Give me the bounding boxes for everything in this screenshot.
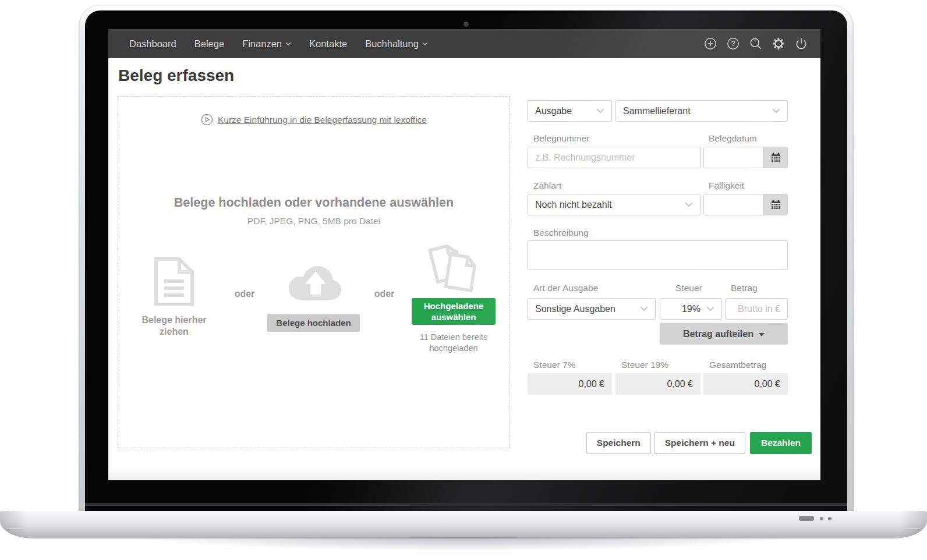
upload-files-button[interactable]: Belege hochladen (267, 314, 359, 332)
zahlart-select-value: Noch nicht bezahlt (535, 200, 612, 210)
upload-dropzone[interactable]: Kurze Einführung in die Belegerfassung m… (118, 96, 510, 448)
base-port (799, 516, 814, 521)
action-bar: Speichern Speichern + neu Bezahlen (583, 432, 812, 454)
upload-option-cloud: Belege hochladen (268, 258, 359, 332)
documents-icon (426, 240, 482, 295)
nav-icon-group: ? (704, 37, 808, 50)
top-nav: Dashboard Belege Finanzen Kontakte Buchh… (108, 29, 820, 58)
split-amount-button[interactable]: Betrag aufteilen (660, 323, 788, 345)
page-footer-strip (108, 469, 820, 480)
calendar-icon (770, 199, 781, 210)
chevron-down-icon (640, 306, 648, 311)
or-separator: oder (232, 289, 257, 299)
laptop-lid: Dashboard Belege Finanzen Kontakte Buchh… (79, 5, 854, 511)
upload-option-drag: Belege hierher ziehen (141, 257, 207, 338)
art-label: Art der Ausgabe (533, 283, 598, 293)
zahlart-label: Zahlart (533, 180, 561, 191)
beschreibung-label: Beschreibung (533, 228, 589, 238)
belegdatum-calendar-button[interactable] (763, 147, 787, 168)
svg-text:?: ? (731, 40, 735, 48)
faelligkeit-field (703, 194, 788, 215)
art-select-value: Sonstige Ausgaben (535, 304, 615, 314)
chevron-down-icon (596, 108, 604, 114)
base-dot (820, 517, 823, 520)
summary-label-steuer19: Steuer 19% (621, 360, 668, 370)
nav-item-buchhaltung[interactable]: Buchhaltung (365, 38, 428, 49)
upload-headline: Belege hochladen oder vorhandene auswähl… (118, 196, 510, 210)
nav-item-belege[interactable]: Belege (194, 38, 224, 49)
faelligkeit-calendar-button[interactable] (763, 194, 787, 215)
nav-label: Belege (194, 38, 224, 49)
base-dot (828, 517, 832, 520)
or-separator: oder (372, 289, 397, 299)
save-button[interactable]: Speichern (586, 432, 651, 454)
art-select[interactable]: Sonstige Ausgaben (528, 298, 656, 320)
summary-value-steuer7: 0,00 € (528, 373, 612, 395)
chevron-down-icon (285, 42, 291, 46)
steuer-select[interactable]: 19% (660, 298, 722, 320)
kind-select[interactable]: Ausgabe (528, 100, 612, 122)
base-edge-shade (0, 511, 927, 538)
add-icon[interactable] (704, 37, 717, 50)
save-and-new-button[interactable]: Speichern + neu (654, 432, 745, 454)
upload-subline: PDF, JPEG, PNG, 5MB pro Datei (118, 216, 510, 226)
belegdatum-label: Belegdatum (709, 133, 757, 144)
nav-label: Finanzen (242, 38, 282, 49)
play-circle-icon (201, 114, 213, 126)
contact-select[interactable]: Sammellieferant (615, 100, 788, 122)
nav-item-dashboard[interactable]: Dashboard (129, 38, 176, 49)
kind-select-value: Ausgabe (535, 106, 572, 116)
laptop-base (0, 511, 927, 538)
screen-bezel: Dashboard Belege Finanzen Kontakte Buchh… (85, 10, 847, 511)
help-icon[interactable]: ? (727, 37, 740, 50)
document-icon (152, 257, 196, 306)
intro-link-label: Kurze Einführung in die Belegerfassung m… (218, 115, 427, 125)
drag-label: Belege hierher ziehen (141, 314, 207, 338)
settings-icon[interactable] (772, 37, 785, 50)
beschreibung-textarea[interactable] (528, 240, 788, 270)
belegdatum-input[interactable] (704, 147, 763, 168)
summary-value-gesamt: 0,00 € (703, 373, 788, 395)
steuer-select-value: 19% (682, 304, 700, 314)
faelligkeit-input[interactable] (704, 194, 763, 215)
nav-item-finanzen[interactable]: Finanzen (242, 38, 291, 49)
belegdatum-field (703, 147, 788, 168)
webcam-dot (464, 22, 469, 27)
nav-label: Dashboard (129, 38, 176, 49)
uploaded-count-note: 11 Dateien bereits hochgeladen (412, 332, 496, 354)
summary-value-steuer19: 0,00 € (615, 373, 700, 395)
summary-label-gesamt: Gesamtbetrag (709, 360, 766, 370)
calendar-icon (770, 152, 781, 163)
belegnummer-label: Belegnummer (533, 133, 590, 144)
zahlart-select[interactable]: Noch nicht bezahlt (528, 194, 700, 215)
nav-item-kontakte[interactable]: Kontakte (309, 38, 347, 49)
receipt-form: Ausgabe Sammellieferant Belegnummer Bele… (528, 100, 788, 464)
chevron-down-icon (685, 202, 693, 207)
select-uploaded-button[interactable]: Hochgeladene auswählen (412, 298, 496, 325)
hinge-line (85, 503, 847, 506)
cloud-upload-icon (285, 258, 343, 303)
base-seam (7, 528, 920, 529)
upload-option-existing: Hochgeladene auswählen 11 Dateien bereit… (412, 240, 496, 354)
laptop-shadow (29, 537, 898, 557)
chevron-down-icon (422, 42, 428, 46)
caret-down-icon (759, 333, 765, 336)
search-icon[interactable] (749, 37, 762, 50)
nav-label: Kontakte (309, 38, 347, 49)
chevron-down-icon (772, 108, 780, 114)
app-window: Dashboard Belege Finanzen Kontakte Buchh… (108, 29, 820, 480)
split-amount-label: Betrag aufteilen (683, 329, 753, 339)
nav-label: Buchhaltung (365, 38, 419, 49)
betrag-input[interactable] (726, 298, 788, 320)
pay-button[interactable]: Bezahlen (750, 432, 812, 454)
chevron-down-icon (706, 306, 714, 311)
faelligkeit-label: Fälligkeit (709, 180, 744, 191)
betrag-label: Betrag (731, 283, 758, 293)
power-icon[interactable] (795, 37, 808, 50)
belegnummer-input[interactable] (528, 147, 700, 168)
steuer-label: Steuer (675, 283, 702, 293)
page-title: Beleg erfassen (118, 66, 234, 85)
summary-label-steuer7: Steuer 7% (533, 360, 575, 370)
contact-select-value: Sammellieferant (623, 106, 691, 116)
intro-video-link[interactable]: Kurze Einführung in die Belegerfassung m… (118, 114, 510, 126)
